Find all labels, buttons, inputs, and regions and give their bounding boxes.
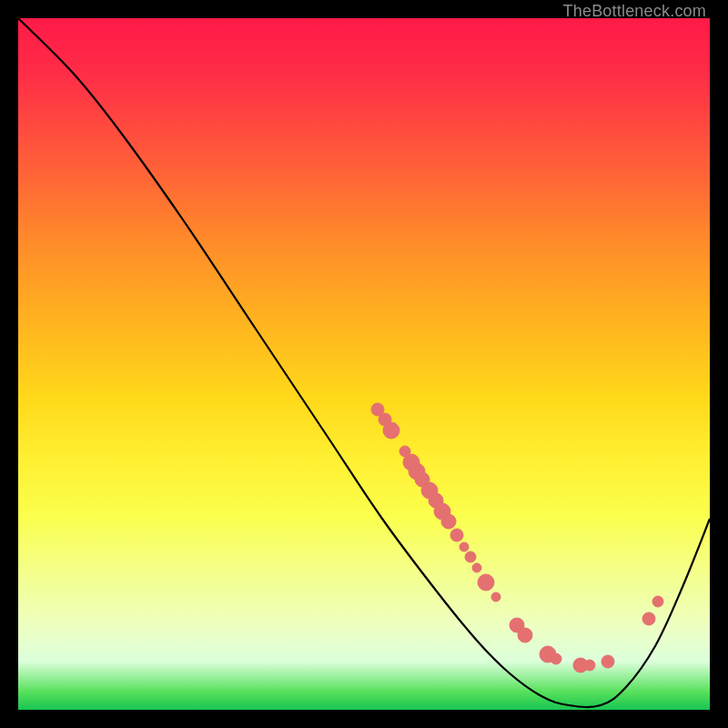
curve-marker [478, 574, 494, 591]
curve-marker [652, 596, 663, 607]
curve-marker [518, 628, 532, 642]
curve-marker [491, 592, 500, 602]
curve-markers [371, 403, 663, 672]
curve-marker [551, 653, 561, 664]
curve-marker [441, 514, 456, 529]
curve-marker [460, 542, 469, 551]
curve-marker [472, 563, 481, 572]
curve-marker [465, 551, 476, 562]
chart-plot-area [18, 18, 710, 710]
curve-marker [642, 612, 655, 625]
curve-marker [383, 422, 399, 439]
bottleneck-curve [18, 18, 710, 707]
bottleneck-curve-svg [18, 18, 710, 710]
curve-marker [584, 660, 595, 671]
curve-marker [450, 529, 463, 541]
curve-marker [602, 655, 614, 668]
